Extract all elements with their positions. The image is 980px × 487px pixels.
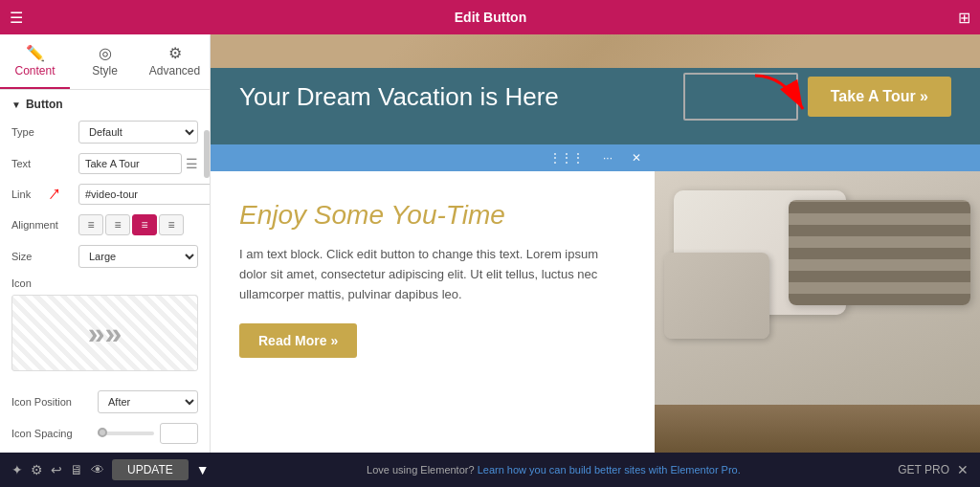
align-justify-button[interactable]: ≡: [159, 214, 184, 235]
bottom-left: ✦ ⚙ ↩ 🖥 👁 UPDATE ▼: [11, 459, 210, 480]
type-select[interactable]: Default: [78, 121, 198, 144]
type-field: Type Default: [11, 121, 198, 144]
elementor-pro-link[interactable]: Learn how you can build better sites wit…: [478, 464, 741, 476]
icon-spacing-label: Icon Spacing: [11, 428, 98, 439]
hero-texture: [211, 34, 980, 68]
icon-position-select[interactable]: After: [98, 390, 198, 413]
read-more-button[interactable]: Read More »: [239, 323, 357, 358]
bottom-desktop-icon[interactable]: 🖥: [70, 462, 83, 477]
alignment-control: ≡ ≡ ≡ ≡: [78, 214, 198, 235]
top-bar: ☰ Edit Button ⊞: [0, 0, 980, 34]
collapse-arrow[interactable]: ▼: [11, 100, 21, 110]
content-icon: ✏️: [5, 44, 65, 62]
widget-controls: ⋮⋮⋮ ··· ✕: [211, 144, 980, 171]
size-control: Large: [78, 245, 198, 268]
elementor-love-text: Love using Elementor?: [367, 464, 475, 476]
pillow-scene: [655, 171, 980, 453]
icon-spacing-slider[interactable]: [98, 432, 154, 435]
hamburger-icon[interactable]: ☰: [10, 9, 23, 27]
get-pro-button[interactable]: GET PRO: [898, 463, 949, 476]
sidebar-tabs: ✏️ Content ◎ Style ⚙ Advanced: [0, 34, 210, 90]
bottom-arrow-icon[interactable]: ▼: [196, 462, 210, 477]
text-control: ☰: [78, 153, 198, 174]
icon-field: Icon »»: [11, 277, 198, 381]
hero-red-arrow: [746, 71, 813, 123]
hero-button-area: Take A Tour »: [683, 73, 951, 121]
text-field: Text ☰: [11, 153, 198, 174]
bottom-right: GET PRO ✕: [898, 462, 969, 477]
bottom-add-icon[interactable]: ✦: [11, 462, 23, 477]
lower-content: Enjoy Some You-Time I am text block. Cli…: [211, 171, 980, 453]
alignment-label: Alignment: [11, 219, 78, 231]
icon-label: Icon: [11, 277, 78, 289]
link-input[interactable]: [78, 184, 211, 205]
take-a-tour-button[interactable]: Take A Tour »: [808, 77, 951, 117]
close-bottom-button[interactable]: ✕: [957, 462, 969, 477]
bottom-bar: ✦ ⚙ ↩ 🖥 👁 UPDATE ▼ Love using Elementor?…: [0, 453, 980, 487]
icon-position-field: Icon Position After: [11, 390, 198, 413]
align-right-button[interactable]: ≡: [132, 214, 157, 235]
icon-spacing-field: Icon Spacing: [11, 423, 198, 444]
sidebar-scrollbar[interactable]: [204, 130, 210, 178]
content-heading: Enjoy Some You-Time: [239, 200, 626, 231]
sidebar: ✏️ Content ◎ Style ⚙ Advanced ▼ Button T…: [0, 34, 211, 453]
text-input[interactable]: [78, 153, 182, 174]
icon-position-label: Icon Position: [11, 396, 98, 408]
bottom-settings-icon[interactable]: ⚙: [31, 462, 43, 477]
size-label: Size: [11, 251, 78, 262]
pillow-3: [664, 253, 769, 339]
section-title: ▼ Button: [11, 98, 198, 111]
size-field: Size Large: [11, 245, 198, 268]
icon-spacing-input[interactable]: [160, 423, 198, 444]
hero-title: Your Dream Vacation is Here: [239, 82, 683, 112]
advanced-icon: ⚙: [145, 44, 205, 62]
widget-options-icon[interactable]: ···: [598, 149, 617, 166]
widget-close-icon[interactable]: ✕: [627, 149, 646, 166]
content-area: Your Dream Vacation is Here Take A Tour …: [211, 34, 980, 453]
bottom-eye-icon[interactable]: 👁: [91, 462, 104, 477]
align-left-button[interactable]: ≡: [78, 214, 103, 235]
bedroom-image: [655, 171, 980, 453]
bedroom-image-section: [655, 171, 980, 453]
alignment-field: Alignment ≡ ≡ ≡ ≡: [11, 214, 198, 235]
bed-frame: [655, 405, 980, 453]
hero-section: Your Dream Vacation is Here Take A Tour …: [211, 34, 980, 144]
icon-preview[interactable]: »»: [11, 295, 198, 371]
link-control: ⚙ ✕: [78, 184, 211, 205]
link-field: Link ⚙ ✕: [11, 184, 198, 205]
align-center-button[interactable]: ≡: [105, 214, 130, 235]
icon-position-control: After: [98, 390, 198, 413]
tab-style[interactable]: ◎ Style: [70, 34, 140, 89]
icon-spacing-control: [98, 423, 198, 444]
grid-icon[interactable]: ⊞: [958, 9, 970, 27]
update-button[interactable]: UPDATE: [112, 459, 189, 480]
type-control: Default: [78, 121, 198, 144]
chevron-preview-icon: »»: [88, 316, 122, 351]
bottom-undo-icon[interactable]: ↩: [51, 462, 62, 477]
text-options-icon[interactable]: ☰: [186, 156, 198, 171]
text-label: Text: [11, 158, 78, 169]
tab-advanced[interactable]: ⚙ Advanced: [140, 34, 210, 89]
bottom-center: Love using Elementor? Learn how you can …: [367, 464, 741, 476]
main-layout: ✏️ Content ◎ Style ⚙ Advanced ▼ Button T…: [0, 34, 980, 453]
pillow-2: [789, 200, 970, 305]
tab-content[interactable]: ✏️ Content: [0, 34, 70, 89]
size-select[interactable]: Large: [78, 245, 198, 268]
style-icon: ◎: [75, 44, 135, 62]
text-content-section: Enjoy Some You-Time I am text block. Cli…: [211, 171, 655, 453]
panel-content: ▼ Button Type Default Text ☰: [0, 90, 210, 453]
panel-title: Edit Button: [23, 10, 958, 25]
widget-move-icon[interactable]: ⋮⋮⋮: [545, 149, 589, 166]
content-body: I am text block. Click edit button to ch…: [239, 245, 626, 304]
type-label: Type: [11, 126, 78, 138]
